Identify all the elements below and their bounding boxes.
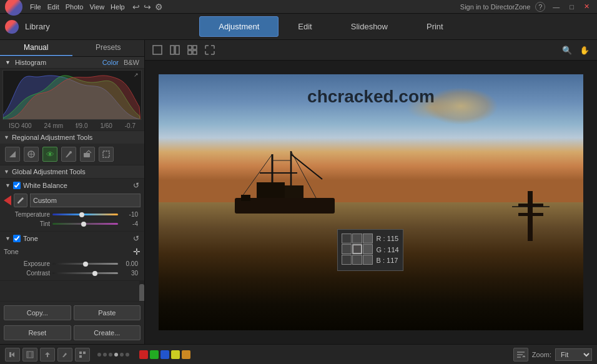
search-btn[interactable]: 🔍 <box>560 42 575 57</box>
main-image-container[interactable]: chcracked.com R : 1 <box>159 74 583 330</box>
help-button[interactable]: ? <box>535 2 545 12</box>
tab-adjustment[interactable]: Adjustment <box>199 16 279 37</box>
regional-tools-header[interactable]: ▼ Regional Adjustment Tools <box>0 131 144 144</box>
contrast-track[interactable] <box>52 272 118 274</box>
wb-preset-select[interactable]: Custom Auto Daylight Cloudy Shade Tungst… <box>30 194 141 207</box>
temperature-thumb[interactable] <box>79 212 84 217</box>
status-filmstrip-btn[interactable] <box>22 348 37 362</box>
histogram-bw-btn[interactable]: B&W <box>124 59 139 66</box>
scroll-thumb-v[interactable] <box>139 284 144 301</box>
pan-btn[interactable]: ✋ <box>577 42 592 57</box>
status-sort-btn[interactable] <box>513 348 528 362</box>
wb-row1: Custom Auto Daylight Cloudy Shade Tungst… <box>4 194 141 207</box>
exposure-label: Exposure <box>6 260 50 267</box>
eyedropper-btn[interactable] <box>14 194 27 207</box>
regional-tools-arrow: ▼ <box>4 134 9 140</box>
statusbar: Zoom: Fit 25% 50% 75% 100% 150% 200% <box>0 344 597 364</box>
tab-edit[interactable]: Edit <box>279 16 331 37</box>
view-compare-btn[interactable] <box>167 42 182 57</box>
status-more-btn[interactable] <box>75 348 90 362</box>
svg-marker-42 <box>522 355 525 357</box>
menu-view[interactable]: View <box>89 3 104 11</box>
create-button[interactable]: Create... <box>74 325 141 340</box>
color-label-yellow[interactable] <box>171 350 180 359</box>
color-label-blue[interactable] <box>160 350 169 359</box>
paste-button[interactable]: Paste <box>74 305 141 320</box>
reset-button[interactable]: Reset <box>4 325 71 340</box>
menu-help[interactable]: Help <box>111 3 125 11</box>
titlebar-left: File Edit Photo View Help ↩ ↪ ⚙ <box>5 0 163 16</box>
nav-tabs: Adjustment Edit Slideshow Print <box>70 16 592 37</box>
color-label-orange[interactable] <box>182 350 190 359</box>
toolbar-icon-1[interactable]: ↩ <box>132 2 140 12</box>
tab-slideshow[interactable]: Slideshow <box>332 16 407 37</box>
panel-scroll[interactable]: ▼ Histogram Color B&W ↗ ISO 400 24 mm f/… <box>0 57 144 301</box>
menu-file[interactable]: File <box>30 3 41 11</box>
tone-checkbox[interactable] <box>13 235 21 242</box>
status-prev-btn[interactable] <box>5 348 20 362</box>
dot-navigation <box>97 353 129 357</box>
wb-red-arrow <box>4 195 11 205</box>
dot-5[interactable] <box>120 353 124 357</box>
view-single-btn[interactable] <box>150 42 165 57</box>
tint-track[interactable] <box>52 223 118 225</box>
brush-tool-btn[interactable] <box>61 147 76 162</box>
contrast-thumb[interactable] <box>92 271 97 276</box>
svg-point-7 <box>17 202 19 204</box>
tone-reset-btn[interactable]: ↺ <box>133 234 139 243</box>
app-logo <box>5 0 22 16</box>
menu-edit[interactable]: Edit <box>47 3 59 11</box>
dot-3[interactable] <box>109 353 112 357</box>
status-export-btn[interactable] <box>40 348 55 362</box>
menu-photo[interactable]: Photo <box>66 3 84 11</box>
spot-removal-btn[interactable]: 👁 <box>42 147 57 162</box>
color-label-red[interactable] <box>139 350 148 359</box>
zoom-select[interactable]: Fit 25% 50% 75% 100% 150% 200% <box>555 348 592 361</box>
tone-target-icon[interactable]: ✛ <box>133 247 141 257</box>
image-display: chcracked.com R : 1 <box>145 61 597 344</box>
exif-focal: 24 mm <box>44 122 64 129</box>
exposure-track[interactable] <box>52 263 118 265</box>
tint-thumb[interactable] <box>81 222 86 227</box>
tone-section: ▼ Tone ↺ Tone ✛ Exposure <box>0 232 144 281</box>
tone-header-row: ▼ Tone ↺ <box>0 232 144 244</box>
gradient-tool-btn[interactable] <box>5 147 20 162</box>
sign-in-link[interactable]: Sign in to DirectorZone <box>460 3 531 11</box>
library-button[interactable]: Library <box>21 21 54 32</box>
temperature-value: -10 <box>121 211 138 218</box>
dot-6[interactable] <box>126 353 129 357</box>
sub-tab-manual[interactable]: Manual <box>0 40 72 56</box>
close-button[interactable]: ✕ <box>581 2 592 11</box>
maximize-button[interactable]: □ <box>567 3 576 11</box>
erase-tool-btn[interactable] <box>80 147 95 162</box>
radial-tool-btn[interactable] <box>24 147 39 162</box>
view-grid-btn[interactable] <box>185 42 200 57</box>
temperature-track[interactable] <box>52 214 118 215</box>
status-brush-btn[interactable] <box>57 348 72 362</box>
dot-4[interactable] <box>114 353 118 357</box>
navbar: Library Adjustment Edit Slideshow Print <box>0 14 597 40</box>
view-fullscreen-btn[interactable] <box>202 42 217 57</box>
copy-button[interactable]: Copy... <box>4 305 71 320</box>
boat-silhouette <box>222 148 347 223</box>
sub-tab-presets[interactable]: Presets <box>72 40 145 56</box>
histogram-color-btn[interactable]: Color <box>102 59 119 66</box>
svg-rect-36 <box>79 352 82 354</box>
svg-rect-8 <box>153 46 162 54</box>
tone-inner-header: Tone ✛ <box>4 247 141 257</box>
toolbar-icon-3[interactable]: ⚙ <box>155 2 163 12</box>
svg-rect-23 <box>257 182 285 198</box>
toolbar-icon-2[interactable]: ↪ <box>144 2 151 12</box>
minimize-button[interactable]: — <box>550 3 562 11</box>
wb-checkbox[interactable] <box>13 182 21 189</box>
exposure-thumb[interactable] <box>83 262 88 267</box>
dot-1[interactable] <box>97 353 101 357</box>
temperature-slider-row: Temperature -10 <box>4 210 141 219</box>
tab-print[interactable]: Print <box>407 16 463 37</box>
global-tools-header[interactable]: ▼ Global Adjustment Tools <box>0 165 144 178</box>
color-label-green[interactable] <box>150 350 159 359</box>
wb-checkbox-label: White Balance <box>13 182 67 189</box>
dot-2[interactable] <box>103 353 107 357</box>
wb-reset-btn[interactable]: ↺ <box>133 181 139 190</box>
rect-selection-btn[interactable] <box>99 147 114 162</box>
